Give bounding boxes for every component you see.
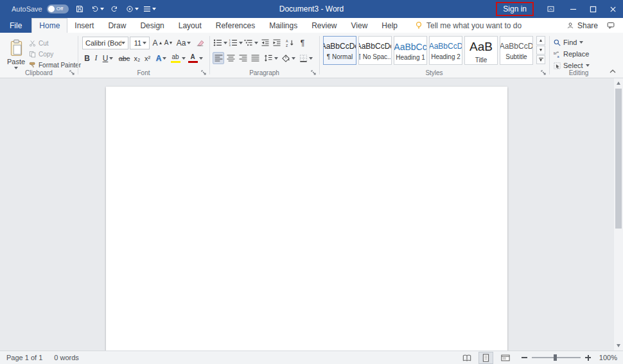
- tab-view[interactable]: View: [344, 18, 375, 33]
- style-subtitle[interactable]: AaBbCcD Subtitle: [500, 36, 533, 65]
- tab-file[interactable]: File: [0, 18, 31, 33]
- align-right-button[interactable]: [237, 52, 249, 64]
- highlight-color-button[interactable]: ab: [170, 52, 186, 64]
- cut-label: Cut: [39, 40, 49, 47]
- maximize-button[interactable]: [583, 0, 603, 18]
- redo-button[interactable]: [109, 2, 121, 16]
- undo-button[interactable]: [91, 2, 104, 16]
- shrink-font-glyph: A: [164, 39, 169, 46]
- tab-references[interactable]: References: [209, 18, 262, 33]
- zoom-slider[interactable]: [532, 354, 581, 361]
- scroll-up-button[interactable]: [614, 78, 623, 88]
- word-count-status[interactable]: 0 words: [54, 354, 79, 361]
- clear-formatting-button[interactable]: [193, 37, 206, 49]
- justify-button[interactable]: [249, 52, 261, 64]
- tab-home[interactable]: Home: [31, 18, 67, 33]
- zoom-slider-thumb[interactable]: [554, 354, 557, 361]
- styles-scroll-up-button[interactable]: [536, 36, 545, 45]
- tab-layout[interactable]: Layout: [171, 18, 209, 33]
- borders-button[interactable]: [297, 52, 314, 64]
- tab-insert[interactable]: Insert: [67, 18, 101, 33]
- zoom-in-button[interactable]: [585, 355, 591, 361]
- customize-qat-caret-icon: [152, 8, 156, 10]
- tab-help[interactable]: Help: [374, 18, 405, 33]
- font-dialog-launcher[interactable]: [200, 69, 207, 76]
- line-spacing-button[interactable]: [263, 52, 279, 64]
- align-left-button[interactable]: [213, 52, 224, 64]
- ribbon-display-options-button[interactable]: [544, 2, 557, 16]
- touch-mode-button[interactable]: [126, 2, 139, 16]
- comments-button[interactable]: [604, 18, 623, 33]
- zoom-level[interactable]: 100%: [597, 354, 617, 361]
- autosave-toggle[interactable]: Off: [47, 4, 69, 13]
- align-center-button[interactable]: [225, 52, 236, 64]
- close-button[interactable]: [603, 0, 623, 18]
- share-button[interactable]: Share: [561, 18, 604, 33]
- font-color-button[interactable]: A: [188, 52, 203, 64]
- font-name-combo[interactable]: Calibri (Body): [82, 37, 128, 49]
- styles-group-label: Styles: [319, 69, 549, 76]
- copy-button[interactable]: Copy: [29, 49, 53, 59]
- styles-gallery-more-button[interactable]: [536, 55, 545, 64]
- page-number-status[interactable]: Page 1 of 1: [6, 354, 42, 361]
- style-name: Heading 2: [431, 53, 461, 60]
- shading-button[interactable]: [280, 52, 296, 64]
- decrease-indent-button[interactable]: [259, 37, 270, 49]
- multilevel-list-button[interactable]: [243, 37, 258, 49]
- underline-button[interactable]: U: [100, 52, 116, 64]
- superscript-button[interactable]: x²: [143, 52, 152, 64]
- save-button[interactable]: [73, 2, 86, 16]
- collapse-ribbon-button[interactable]: [608, 67, 617, 75]
- sort-button[interactable]: AZ: [284, 37, 295, 49]
- strikethrough-button[interactable]: abc: [117, 52, 132, 64]
- replace-button[interactable]: ba Replace: [554, 49, 589, 59]
- tab-draw[interactable]: Draw: [101, 18, 133, 33]
- style-heading-1[interactable]: AaBbCc Heading 1: [394, 36, 427, 65]
- subscript-button[interactable]: x₂: [132, 52, 142, 64]
- vertical-scrollbar[interactable]: [614, 78, 623, 351]
- style-normal[interactable]: AaBbCcDc ¶ Normal: [323, 36, 356, 65]
- style-heading-2[interactable]: AaBbCcD Heading 2: [429, 36, 462, 65]
- web-layout-button[interactable]: [498, 352, 513, 364]
- style-no-spacing[interactable]: AaBbCcDc ¶ No Spac...: [358, 36, 392, 65]
- document-page[interactable]: [106, 87, 507, 351]
- zoom-out-button[interactable]: [522, 357, 527, 358]
- cut-button[interactable]: Cut: [29, 38, 49, 48]
- print-layout-button[interactable]: [478, 352, 493, 364]
- tab-review[interactable]: Review: [304, 18, 344, 33]
- text-effects-button[interactable]: A: [154, 52, 168, 64]
- read-mode-button[interactable]: [459, 352, 474, 364]
- grow-font-button[interactable]: A: [152, 37, 162, 49]
- window-title: Document3 - Word: [279, 0, 344, 18]
- minimize-button[interactable]: [563, 0, 583, 18]
- paragraph-dialog-launcher[interactable]: [310, 69, 317, 76]
- tab-design[interactable]: Design: [133, 18, 171, 33]
- style-preview: AaB: [469, 37, 493, 56]
- font-size-combo[interactable]: 11: [130, 37, 150, 49]
- numbering-button[interactable]: 123: [228, 37, 243, 49]
- line-spacing-caret-icon: [274, 57, 278, 60]
- plus-icon: [585, 355, 591, 361]
- style-title[interactable]: AaB Title: [464, 36, 498, 65]
- bold-button[interactable]: B: [82, 52, 92, 64]
- styles-scroll-down-button[interactable]: [536, 46, 545, 55]
- tell-me[interactable]: Tell me what you want to do: [415, 18, 522, 33]
- highlight-glyph: ab: [171, 54, 179, 60]
- paste-button[interactable]: Paste: [4, 35, 28, 73]
- customize-qat-button[interactable]: [143, 2, 156, 16]
- change-case-button[interactable]: Aa: [175, 37, 192, 49]
- style-name: Subtitle: [505, 53, 527, 60]
- ribbon: Paste Cut Copy Format Painter Clipboard: [0, 33, 623, 78]
- increase-indent-button[interactable]: [271, 37, 282, 49]
- scrollbar-thumb[interactable]: [615, 89, 622, 229]
- find-button[interactable]: Find: [554, 37, 583, 48]
- tab-mailings[interactable]: Mailings: [262, 18, 304, 33]
- sign-in-button[interactable]: Sign in: [496, 2, 534, 16]
- shrink-font-button[interactable]: A: [163, 37, 173, 49]
- clipboard-dialog-launcher[interactable]: [68, 69, 75, 76]
- bullets-button[interactable]: [213, 37, 227, 49]
- scroll-down-button[interactable]: [614, 341, 623, 351]
- italic-button[interactable]: I: [92, 52, 100, 64]
- styles-dialog-launcher[interactable]: [540, 69, 547, 76]
- show-hide-pilcrow-button[interactable]: ¶: [297, 37, 308, 49]
